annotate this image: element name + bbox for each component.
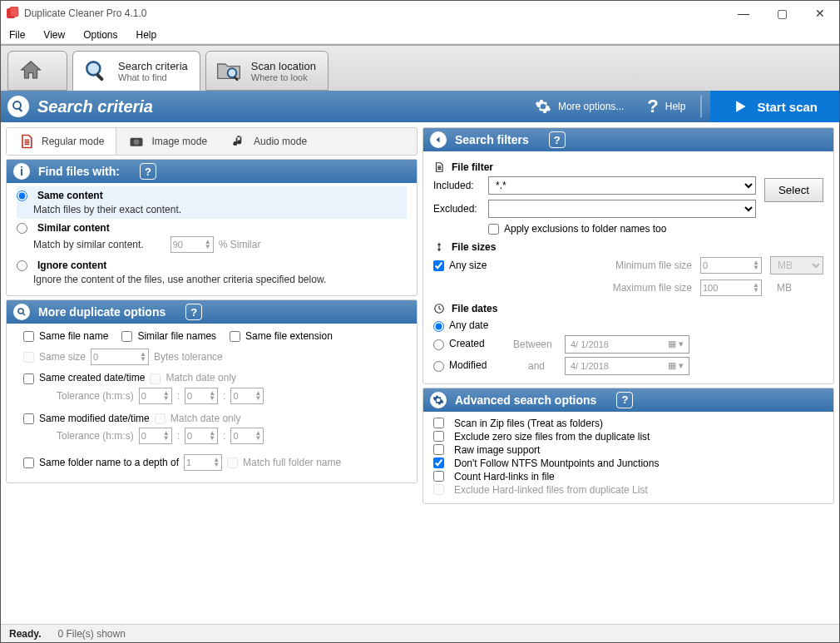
select-button[interactable]: Select — [764, 178, 823, 202]
min-size-label: Minimum file size — [615, 260, 692, 271]
app-icon — [6, 7, 19, 20]
tolerance-label-1: Tolerance (h:m:s) — [57, 390, 134, 402]
gear-icon — [535, 98, 551, 115]
included-label: Included: — [433, 180, 483, 191]
tab-scan-location[interactable]: Scan location Where to look — [205, 51, 329, 91]
mode-image-label: Image mode — [151, 136, 207, 147]
apply-exclusions-check[interactable]: Apply exclusions to folder names too — [488, 223, 666, 235]
created-radio[interactable]: Created — [433, 338, 508, 349]
toolbar: Search criteria More options... ? Help S… — [1, 91, 839, 122]
calendar-icon: ▦ ▾ — [668, 339, 684, 349]
help-icon[interactable]: ? — [185, 304, 202, 320]
clock-icon — [433, 303, 445, 314]
menu-file[interactable]: File — [9, 29, 25, 41]
match-full-folder-check: Match full folder name — [227, 457, 341, 468]
find-files-title: Find files with: — [38, 165, 120, 178]
same-file-name-check[interactable]: Same file name — [23, 330, 108, 342]
tab-search-criteria-title: Search criteria — [118, 60, 188, 72]
match-date-only-created-check: Match date only — [150, 372, 236, 383]
file-dates-header: File dates — [433, 303, 823, 314]
arrow-left-icon[interactable] — [430, 131, 447, 148]
svg-rect-1 — [10, 7, 18, 17]
no-ntfs-check[interactable]: Don't Follow NTFS Mountpoints and Juncti… — [433, 457, 823, 470]
advanced-title: Advanced search options — [455, 393, 596, 407]
toolbar-magnifier-icon — [7, 96, 29, 117]
tab-home[interactable] — [7, 51, 67, 91]
modified-radio[interactable]: Modified — [433, 359, 508, 371]
maximize-button[interactable]: ▢ — [763, 1, 801, 26]
same-content-sub: Match files by their exact content. — [17, 204, 407, 215]
any-date-radio[interactable]: Any date — [433, 319, 488, 331]
any-size-check[interactable]: Any size — [433, 260, 487, 271]
count-hardlinks-check[interactable]: Count Hard-links in file — [433, 470, 823, 483]
tol-s-1: 0▲▼ — [230, 388, 264, 404]
and-label: and — [513, 360, 560, 372]
camera-icon — [128, 133, 145, 150]
document-icon — [18, 133, 35, 150]
svg-rect-3 — [96, 73, 104, 82]
document-icon — [433, 161, 445, 173]
menu-help[interactable]: Help — [136, 29, 157, 41]
date-from-input: 4/ 1/2018▦ ▾ — [565, 335, 689, 354]
mode-regular[interactable]: Regular mode — [7, 128, 116, 155]
help-button[interactable]: ? Help — [635, 91, 697, 122]
tab-scan-location-title: Scan location — [251, 60, 316, 72]
ignore-content-sub: Ignore the content of the files, use ano… — [17, 274, 407, 285]
scan-zip-check[interactable]: Scan in Zip files (Treat as folders) — [433, 417, 823, 430]
similar-percent-suffix: % Similar — [219, 239, 261, 250]
calendar-icon: ▦ ▾ — [668, 360, 684, 371]
help-icon[interactable]: ? — [140, 163, 156, 180]
included-select[interactable]: *.* — [488, 176, 756, 195]
tol-m-1: 0▲▼ — [185, 388, 218, 404]
menubar: File View Options Help — [1, 26, 839, 44]
tol-s-2: 0▲▼ — [230, 428, 264, 444]
minimize-button[interactable]: — — [724, 1, 763, 26]
menu-view[interactable]: View — [43, 29, 65, 41]
same-folder-depth-check[interactable]: Same folder name to a depth of — [23, 457, 179, 468]
more-dup-title: More duplicate options — [38, 305, 166, 319]
similar-file-names-check[interactable]: Similar file names — [121, 330, 216, 342]
status-ready: Ready. — [9, 628, 41, 640]
gear-icon — [430, 392, 447, 408]
help-icon[interactable]: ? — [549, 131, 566, 148]
raw-image-check[interactable]: Raw image support — [433, 443, 823, 457]
tol-h-2: 0▲▼ — [139, 428, 172, 444]
tolerance-label-2: Tolerance (h:m:s) — [57, 430, 134, 442]
folder-depth-input: 1▲▼ — [184, 454, 222, 471]
more-options-button[interactable]: More options... — [523, 91, 635, 122]
max-size-unit: MB — [770, 282, 823, 294]
same-content-radio[interactable]: Same content — [17, 190, 407, 201]
toolbar-title: Search criteria — [37, 97, 153, 116]
excluded-select[interactable] — [488, 200, 756, 218]
mode-image[interactable]: Image mode — [116, 128, 219, 155]
similar-content-radio[interactable]: Similar content — [17, 222, 407, 234]
mode-audio-label: Audio mode — [254, 136, 307, 147]
status-files: 0 File(s) shown — [57, 628, 125, 640]
ignore-content-radio[interactable]: Ignore content — [17, 260, 407, 271]
svg-rect-7 — [18, 108, 22, 112]
advanced-section: Advanced search options ? Scan in Zip fi… — [422, 388, 834, 504]
help-icon[interactable]: ? — [616, 392, 633, 408]
mode-audio[interactable]: Audio mode — [219, 128, 319, 155]
file-filter-header: File filter — [433, 161, 823, 173]
close-button[interactable]: ✕ — [801, 1, 839, 26]
same-size-check: Same size — [23, 351, 86, 363]
menu-options[interactable]: Options — [83, 29, 117, 41]
same-modified-check[interactable]: Same modified date/time — [23, 413, 150, 424]
same-ext-check[interactable]: Same file extension — [230, 330, 333, 342]
exclude-zero-check[interactable]: Exclude zero size files from the duplica… — [433, 430, 823, 443]
similar-percent-input[interactable]: 90▲▼ — [170, 236, 214, 253]
date-to-input: 4/ 1/2018▦ ▾ — [565, 357, 689, 375]
svg-point-9 — [134, 140, 140, 146]
tab-search-criteria[interactable]: Search criteria What to find — [72, 51, 200, 91]
same-created-check[interactable]: Same created date/time — [23, 372, 145, 383]
match-date-only-modified-check: Match date only — [155, 413, 241, 424]
same-content-label: Same content — [37, 190, 103, 201]
excluded-label: Excluded: — [433, 203, 483, 215]
tol-m-2: 0▲▼ — [185, 428, 218, 444]
max-size-label: Maximum file size — [613, 282, 692, 294]
exclude-hardlinked-check: Exclude Hard-linked files from duplicate… — [433, 483, 823, 497]
file-sizes-header: File sizes — [433, 241, 823, 253]
start-scan-button[interactable]: Start scan — [710, 91, 839, 122]
help-label: Help — [665, 101, 686, 112]
